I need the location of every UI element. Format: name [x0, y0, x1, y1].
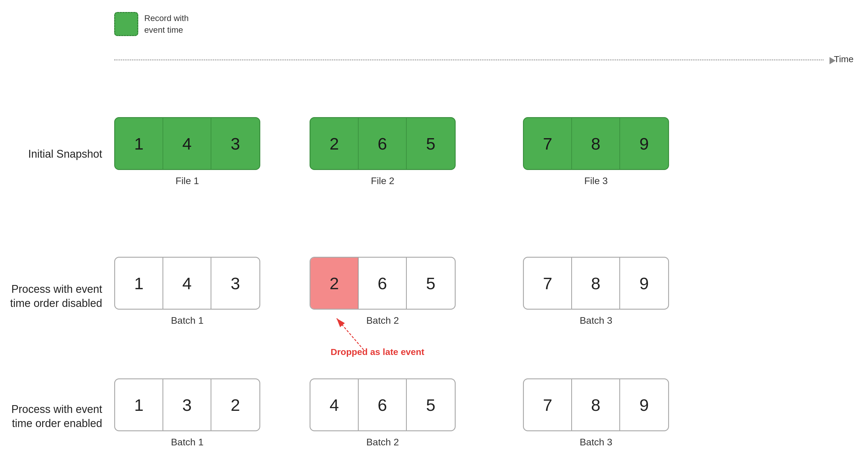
file2-batch-box: 2 6 5 [310, 117, 456, 170]
disabled-batch2-cell-2: 5 [407, 258, 455, 309]
file3-cell-1: 8 [572, 118, 620, 169]
enabled-batch3-label: Batch 3 [580, 437, 613, 448]
enabled-batch1-label: Batch 1 [171, 437, 204, 448]
disabled-batch3-cell-2: 9 [620, 258, 668, 309]
disabled-batch1-cell-0: 1 [115, 258, 163, 309]
disabled-batch3-label: Batch 3 [580, 315, 613, 326]
disabled-batch2-box: 2 6 5 [310, 257, 456, 310]
file1-group: 1 4 3 File 1 [114, 117, 260, 187]
disabled-batch3-cell-0: 7 [524, 258, 572, 309]
enabled-batch1-cell-1: 3 [163, 379, 211, 430]
disabled-label-text: Process with eventtime order disabled [10, 283, 102, 309]
disabled-batch3-box: 7 8 9 [523, 257, 669, 310]
timeline-line [114, 60, 824, 60]
row-label-initial-snapshot: Initial Snapshot [9, 147, 102, 161]
file2-cell-1: 6 [359, 118, 407, 169]
enabled-batch1-box: 1 3 2 [114, 378, 260, 431]
enabled-batch2-cell-1: 6 [359, 379, 407, 430]
timeline: Time [114, 57, 836, 63]
file1-cell-1: 4 [163, 118, 211, 169]
file3-batch-box: 7 8 9 [523, 117, 669, 170]
row-label-disabled: Process with eventtime order disabled [9, 282, 102, 310]
dropped-annotation-svg [307, 303, 397, 351]
disabled-batch1-cell-1: 4 [163, 258, 211, 309]
enabled-batch3-cell-1: 8 [572, 379, 620, 430]
enabled-batch3-cell-0: 7 [524, 379, 572, 430]
row-label-enabled: Process with eventtime order enabled [9, 402, 102, 431]
enabled-batch3-group: 7 8 9 Batch 3 [523, 378, 669, 448]
disabled-batch1-group: 1 4 3 Batch 1 [114, 257, 260, 326]
svg-line-1 [337, 318, 364, 350]
file1-batch-box: 1 4 3 [114, 117, 260, 170]
file3-cell-2: 9 [620, 118, 668, 169]
file1-label: File 1 [176, 175, 199, 187]
dropped-annotation: Dropped as late event [331, 347, 424, 357]
file1-cell-2: 3 [211, 118, 259, 169]
enabled-batch2-cell-0: 4 [310, 379, 359, 430]
file1-cell-0: 1 [115, 118, 163, 169]
disabled-batch1-box: 1 4 3 [114, 257, 260, 310]
enabled-batch2-group: 4 6 5 Batch 2 [310, 378, 456, 448]
file3-cell-0: 7 [524, 118, 572, 169]
file2-cell-0: 2 [310, 118, 359, 169]
enabled-batch2-cell-2: 5 [407, 379, 455, 430]
file3-label: File 3 [584, 175, 608, 187]
legend-label: Record with event time [144, 12, 189, 36]
timeline-label: Time [834, 54, 854, 64]
enabled-batch1-cell-0: 1 [115, 379, 163, 430]
file2-cell-2: 5 [407, 118, 455, 169]
enabled-batch1-cell-2: 2 [211, 379, 259, 430]
file3-group: 7 8 9 File 3 [523, 117, 669, 187]
disabled-batch2-cell-1: 6 [359, 258, 407, 309]
disabled-batch2-cell-0: 2 [310, 258, 359, 309]
disabled-batch3-cell-1: 8 [572, 258, 620, 309]
enabled-batch2-box: 4 6 5 [310, 378, 456, 431]
enabled-batch2-label: Batch 2 [366, 437, 399, 448]
file2-group: 2 6 5 File 2 [310, 117, 456, 187]
enabled-batch3-cell-2: 9 [620, 379, 668, 430]
disabled-batch1-label: Batch 1 [171, 315, 204, 326]
legend: Record with event time [114, 12, 189, 36]
enabled-label-text: Process with eventtime order enabled [11, 403, 102, 430]
enabled-batch3-box: 7 8 9 [523, 378, 669, 431]
legend-record-box [114, 12, 138, 36]
disabled-batch3-group: 7 8 9 Batch 3 [523, 257, 669, 326]
dropped-label: Dropped as late event [331, 347, 424, 357]
enabled-batch1-group: 1 3 2 Batch 1 [114, 378, 260, 448]
disabled-batch1-cell-2: 3 [211, 258, 259, 309]
diagram-container: Record with event time Time Initial Snap… [0, 0, 868, 473]
file2-label: File 2 [371, 175, 394, 187]
